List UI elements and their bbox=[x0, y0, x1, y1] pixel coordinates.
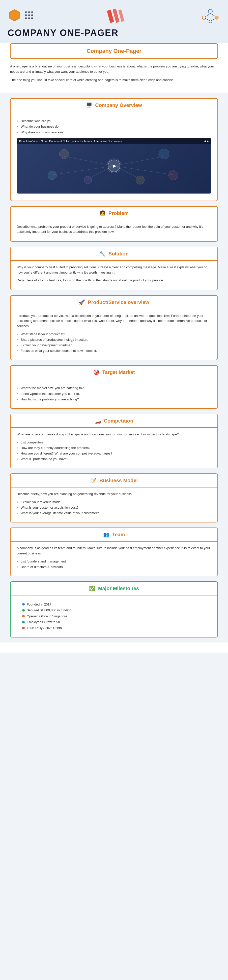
solution-text-2: Regardless of all your features, focus o… bbox=[17, 278, 211, 283]
svg-line-18 bbox=[205, 13, 210, 17]
section-team-header: 👥 Team bbox=[11, 528, 217, 542]
bullet-item: What is your customer acquisition cost? bbox=[17, 505, 211, 511]
svg-point-5 bbox=[25, 14, 27, 16]
section-company-overview: 🖥️ Company Overview Describe who are you… bbox=[10, 98, 218, 201]
company-overview-bullets: Describe who are you. What do your busin… bbox=[17, 118, 211, 135]
milestone-text-5: 100K Daily Active Users bbox=[27, 625, 62, 631]
bottom-spacer bbox=[0, 643, 228, 652]
product-text: Introduce your product or service with a… bbox=[17, 313, 211, 329]
monitor-icon: 🖥️ bbox=[86, 102, 92, 108]
person-icon: 🧑 bbox=[100, 210, 106, 216]
section-team-title: 👥 Team bbox=[103, 532, 125, 537]
page-wrapper: COMPANY ONE-PAGER Company One-Pager A on… bbox=[0, 0, 228, 652]
svg-point-8 bbox=[25, 18, 27, 19]
header-center bbox=[107, 8, 127, 23]
check-icon: ✅ bbox=[89, 585, 95, 591]
section-solution-header: 🔧 Solution bbox=[11, 247, 217, 261]
bullet-item: List competitors bbox=[17, 440, 211, 445]
svg-line-21 bbox=[211, 18, 215, 21]
section-milestones-header: ✅ Major Milestones bbox=[11, 582, 217, 595]
section-problem-title: 🧑 Problem bbox=[100, 210, 128, 216]
bullet-item: What stage is your product at? bbox=[17, 331, 211, 337]
section-competition-header: 🏎️ Competition bbox=[11, 414, 217, 428]
section-team-body: A company is as good as its team and fou… bbox=[11, 542, 217, 576]
solution-text-1: Why is your company best suited to provi… bbox=[17, 265, 211, 275]
competition-text: What are other companies doing in this s… bbox=[17, 432, 211, 437]
svg-line-19 bbox=[210, 13, 215, 16]
section-target-market: 🎯 Target Market What's the market size y… bbox=[10, 365, 218, 409]
section-product-service-body: Introduce your product or service with a… bbox=[11, 309, 217, 360]
svg-point-10 bbox=[31, 18, 33, 19]
bullet-item: List founders and management bbox=[17, 559, 211, 564]
section-business-model-body: Describe briefly, how you are planning o… bbox=[11, 487, 217, 522]
svg-point-4 bbox=[31, 11, 33, 13]
top-card-title: Company One-Pager bbox=[87, 48, 141, 54]
bullet-item: Share pictures of product/technology in … bbox=[17, 337, 211, 342]
section-product-service: 🚀 Product/Service overview Introduce you… bbox=[10, 295, 218, 360]
milestone-dot-2 bbox=[22, 609, 25, 612]
section-team: 👥 Team A company is as good as its team … bbox=[10, 528, 218, 576]
page-title: COMPANY ONE-PAGER bbox=[8, 28, 220, 38]
dots-logo-icon bbox=[24, 10, 34, 20]
svg-point-2 bbox=[25, 11, 27, 13]
team-bullets: List founders and management Board of di… bbox=[17, 559, 211, 570]
product-bullets: What stage is your product at? Share pic… bbox=[17, 331, 211, 353]
competition-bullets: List competitors How are they currently … bbox=[17, 440, 211, 462]
section-milestones: ✅ Major Milestones Founded in 2017 Secur… bbox=[10, 581, 218, 638]
milestone-dot-3 bbox=[22, 615, 25, 617]
bullet-item: Identify/profile the customer you cater … bbox=[17, 391, 211, 397]
notepad-icon: 📝 bbox=[90, 478, 96, 483]
section-solution-title: 🔧 Solution bbox=[100, 251, 128, 256]
hex-logo-icon bbox=[8, 8, 21, 22]
network-icon bbox=[200, 6, 220, 24]
section-solution: 🔧 Solution Why is your company best suit… bbox=[10, 247, 218, 290]
bullet-item: What's the market size you are catering … bbox=[17, 385, 211, 391]
milestone-item: Secured $1,000,000 in funding bbox=[17, 607, 211, 613]
bullet-item: What IP protection do you have? bbox=[17, 456, 211, 462]
section-competition-title: 🏎️ Competition bbox=[95, 418, 133, 423]
milestone-item: Opened Office in Singapore bbox=[17, 613, 211, 619]
svg-point-27 bbox=[84, 176, 92, 184]
milestone-item: Employees Grew to 50 bbox=[17, 619, 211, 625]
section-product-service-header: 🚀 Product/Service overview bbox=[11, 296, 217, 309]
svg-point-3 bbox=[28, 11, 30, 13]
bullet-item: How are they currently addressing the pr… bbox=[17, 445, 211, 451]
milestone-text-2: Secured $1,000,000 in funding bbox=[27, 607, 71, 613]
bullet-item: Why does your company exist bbox=[17, 130, 211, 135]
section-problem-header: 🧑 Problem bbox=[11, 207, 217, 220]
video-embed[interactable]: Bit.ai Intro Video: Smart Document Colla… bbox=[17, 138, 211, 194]
milestone-text-4: Employees Grew to 50 bbox=[27, 619, 60, 625]
bullet-item: Focus on what your solution does, not ho… bbox=[17, 348, 211, 353]
header-right bbox=[200, 6, 220, 24]
section-milestones-title: ✅ Major Milestones bbox=[89, 585, 139, 591]
intro-paragraph-1: A one-pager is a brief outline of your b… bbox=[10, 64, 218, 75]
section-product-service-title: 🚀 Product/Service overview bbox=[79, 299, 149, 305]
svg-point-14 bbox=[208, 9, 212, 13]
target-market-bullets: What's the market size you are catering … bbox=[17, 385, 211, 402]
section-competition: 🏎️ Competition What are other companies … bbox=[10, 414, 218, 468]
milestone-text-3: Opened Office in Singapore bbox=[27, 613, 67, 619]
section-solution-body: Why is your company best suited to provi… bbox=[11, 261, 217, 290]
problem-text: Describe what problems your product or s… bbox=[17, 224, 211, 235]
team-text: A company is as good as its team and fou… bbox=[17, 546, 211, 556]
bullet-item: How are you different? What are your com… bbox=[17, 451, 211, 456]
bullet-item: What do your business do bbox=[17, 124, 211, 129]
intro-paragraph-2: The one thing you should take special ca… bbox=[10, 78, 218, 83]
team-icon: 👥 bbox=[103, 532, 109, 537]
milestone-dot-1 bbox=[22, 603, 25, 606]
section-target-market-body: What's the market size you are catering … bbox=[11, 379, 217, 408]
section-target-market-header: 🎯 Target Market bbox=[11, 366, 217, 379]
svg-point-9 bbox=[28, 18, 30, 19]
section-milestones-body: Founded in 2017 Secured $1,000,000 in fu… bbox=[11, 595, 217, 637]
bullet-item: Board of directors & advisors bbox=[17, 564, 211, 570]
bullet-item: What is your average lifetime value of y… bbox=[17, 511, 211, 516]
deco-lines-icon bbox=[107, 8, 127, 23]
milestone-item: Founded in 2017 bbox=[17, 601, 211, 607]
section-competition-body: What are other companies doing in this s… bbox=[11, 428, 217, 468]
milestones-list: Founded in 2017 Secured $1,000,000 in fu… bbox=[17, 601, 211, 631]
svg-point-25 bbox=[48, 171, 56, 180]
bullet-item: Describe who are you. bbox=[17, 118, 211, 124]
svg-point-28 bbox=[136, 176, 145, 184]
svg-point-7 bbox=[31, 14, 33, 16]
section-company-overview-body: Describe who are you. What do your busin… bbox=[11, 112, 217, 200]
